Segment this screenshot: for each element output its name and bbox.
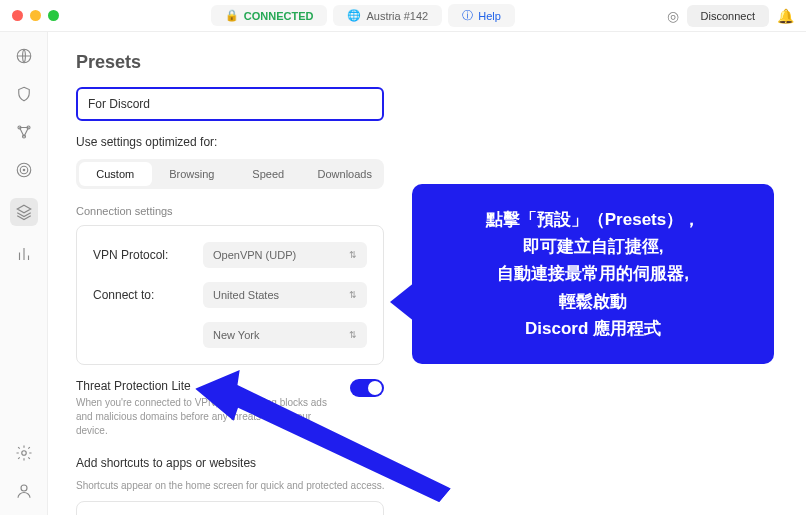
minimize-window-icon[interactable]: [30, 10, 41, 21]
country-value: United States: [213, 289, 279, 301]
help-link[interactable]: ⓘ Help: [448, 4, 515, 27]
titlebar: 🔒 CONNECTED 🌐 Austria #142 ⓘ Help ◎ Disc…: [0, 0, 806, 32]
lock-icon: 🔒: [225, 9, 239, 22]
callout-line1: 點擊「預設」（Presets），: [432, 206, 754, 233]
svg-marker-9: [390, 282, 450, 322]
page-title: Presets: [76, 52, 778, 73]
stats-nav-icon[interactable]: [14, 244, 34, 264]
tutorial-callout: 點擊「預設」（Presets）， 即可建立自訂捷徑, 自動連接最常用的伺服器, …: [412, 184, 774, 364]
protocol-select[interactable]: OpenVPN (UDP) ⇅: [203, 242, 367, 268]
city-select[interactable]: New York ⇅: [203, 322, 367, 348]
chevron-icon: ⇅: [349, 250, 357, 260]
optimize-tabs: Custom Browsing Speed Downloads: [76, 159, 384, 189]
presets-nav-icon[interactable]: [10, 198, 38, 226]
svg-point-7: [21, 451, 26, 456]
svg-point-8: [21, 485, 27, 491]
close-window-icon[interactable]: [12, 10, 23, 21]
globe-icon: 🌐: [347, 9, 361, 22]
country-select[interactable]: United States ⇅: [203, 282, 367, 308]
disconnect-button[interactable]: Disconnect: [687, 5, 769, 27]
help-icon: ⓘ: [462, 8, 473, 23]
svg-point-4: [17, 163, 31, 177]
arrow-icon: [390, 282, 450, 322]
svg-point-6: [23, 169, 25, 171]
server-indicator[interactable]: 🌐 Austria #142: [333, 5, 442, 26]
globe-nav-icon[interactable]: [14, 46, 34, 66]
connection-settings-card: VPN Protocol: OpenVPN (UDP) ⇅ Connect to…: [76, 225, 384, 365]
shield-nav-icon[interactable]: [14, 84, 34, 104]
chevron-icon: ⇅: [349, 290, 357, 300]
topbar-right: ◎ Disconnect 🔔: [667, 5, 794, 27]
window-controls: [12, 10, 59, 21]
tab-custom[interactable]: Custom: [79, 162, 152, 186]
mesh-nav-icon[interactable]: [14, 122, 34, 142]
settings-nav-icon[interactable]: [14, 443, 34, 463]
chevron-icon: ⇅: [349, 330, 357, 340]
protocol-value: OpenVPN (UDP): [213, 249, 296, 261]
help-label: Help: [478, 10, 501, 22]
protocol-label: VPN Protocol:: [93, 248, 203, 262]
callout-line4: 輕鬆啟動: [432, 288, 754, 315]
callout-line3: 自動連接最常用的伺服器,: [432, 260, 754, 287]
server-label: Austria #142: [366, 10, 428, 22]
svg-point-5: [20, 166, 28, 174]
tab-downloads[interactable]: Downloads: [309, 162, 382, 186]
user-nav-icon[interactable]: [14, 481, 34, 501]
target-nav-icon[interactable]: [14, 160, 34, 180]
preset-name-input[interactable]: [76, 87, 384, 121]
bell-icon[interactable]: 🔔: [777, 8, 794, 24]
maximize-window-icon[interactable]: [48, 10, 59, 21]
threat-toggle[interactable]: [350, 379, 384, 397]
topbar: 🔒 CONNECTED 🌐 Austria #142 ⓘ Help: [59, 4, 667, 27]
tab-browsing[interactable]: Browsing: [156, 162, 229, 186]
tab-speed[interactable]: Speed: [232, 162, 305, 186]
connect-to-label: Connect to:: [93, 288, 203, 302]
callout-line2: 即可建立自訂捷徑,: [432, 233, 754, 260]
connection-status-label: CONNECTED: [244, 10, 314, 22]
optimize-label: Use settings optimized for:: [76, 135, 778, 149]
callout-line5: Discord 應用程式: [432, 315, 754, 342]
speedometer-icon[interactable]: ◎: [667, 8, 679, 24]
sidebar: [0, 32, 48, 515]
connection-status: 🔒 CONNECTED: [211, 5, 328, 26]
